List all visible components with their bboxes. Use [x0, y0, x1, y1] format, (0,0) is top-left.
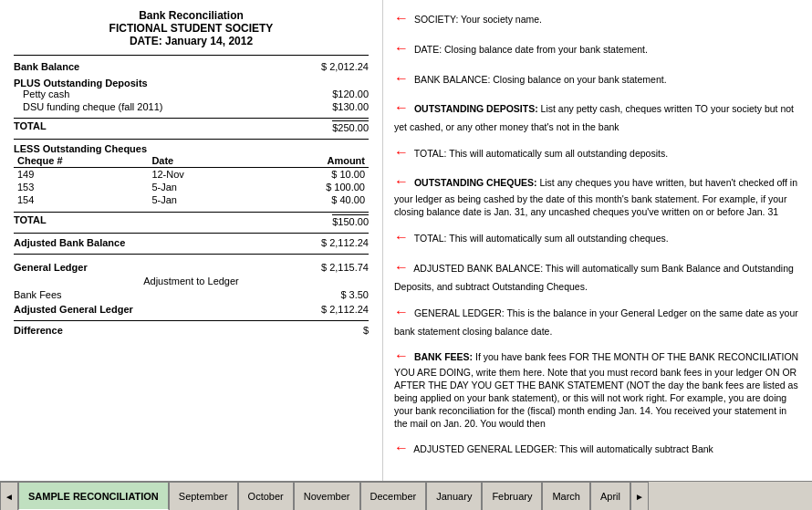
- petty-cash-label: Petty cash: [23, 88, 69, 99]
- col-cheque-amount: Amount: [250, 154, 369, 168]
- bank-balance-row: Bank Balance $ 2,012.24: [14, 61, 369, 72]
- arrow-total2: ←: [394, 229, 409, 245]
- tabs-container: SAMPLE RECONCILIATIONSeptemberOctoberNov…: [18, 482, 630, 510]
- total-row: TOTAL $250.00: [14, 118, 369, 133]
- difference-row: Difference $: [14, 325, 369, 336]
- arrow-bank-balance: ←: [394, 70, 409, 86]
- cheque-num: 154: [14, 193, 148, 206]
- total2-label: TOTAL: [14, 214, 47, 227]
- tab-item-february[interactable]: February: [482, 482, 542, 510]
- adjusted-bank-label: Adjusted Bank Balance: [14, 237, 125, 248]
- cheque-amount: $ 40.00: [250, 193, 369, 206]
- arrow-date: ←: [394, 40, 409, 56]
- note-date: DATE: Closing balance date from your ban…: [414, 44, 648, 55]
- table-row: 1535-Jan$ 100.00: [14, 181, 369, 193]
- arrow-adj-bank: ←: [394, 259, 409, 275]
- total-label: TOTAL: [14, 120, 47, 133]
- col-cheque-date: Date: [148, 154, 249, 168]
- bank-balance-label: Bank Balance: [14, 61, 79, 72]
- adjusted-gl-value: $ 2,112.24: [296, 304, 369, 315]
- annotation-society: ← SOCIETY: Your society name.: [394, 7, 801, 30]
- note-bank-balance: BANK BALANCE: Closing balance on your ba…: [414, 74, 667, 85]
- bank-balance-value: $ 2,012.24: [296, 61, 369, 72]
- annotation-outstanding-deposits: ← OUTSTANDING DEPOSITS: List any petty c…: [394, 97, 801, 134]
- note-total2: TOTAL: This will automatically sum all o…: [414, 233, 669, 244]
- note-adj-gl: ADJUSTED GENERAL LEDGER: This will autom…: [413, 443, 713, 454]
- annotation-adj-gl: ← ADJUSTED GENERAL LEDGER: This will aut…: [394, 437, 801, 460]
- tab-item-march[interactable]: March: [542, 482, 590, 510]
- dsu-row: DSU funding cheque (fall 2011) $130.00: [14, 101, 369, 112]
- right-panel: ← SOCIETY: Your society name. ← DATE: Cl…: [383, 0, 812, 481]
- arrow-adj-gl: ←: [394, 440, 409, 455]
- petty-cash-value: $120.00: [332, 88, 369, 99]
- tab-item-january[interactable]: January: [426, 482, 482, 510]
- tab-item-october[interactable]: October: [238, 482, 294, 510]
- cheque-date: 12-Nov: [148, 168, 249, 182]
- note-cheques-title: OUTSTANDING CHEQUES:: [414, 177, 537, 188]
- note-total: TOTAL: This will automatically sum all o…: [414, 148, 668, 159]
- left-panel: Bank Reconciliation FICTIONAL STUDENT SO…: [0, 0, 383, 481]
- note-society: SOCIETY: Your society name.: [414, 14, 542, 25]
- difference-label: Difference: [14, 325, 63, 336]
- arrow-society: ←: [394, 10, 409, 26]
- adjusted-bank-row: Adjusted Bank Balance $ 2,112.24: [14, 237, 369, 248]
- general-ledger-label: General Ledger: [14, 262, 88, 273]
- tab-item-sample-reconciliation[interactable]: SAMPLE RECONCILIATION: [18, 482, 169, 510]
- total-value: $250.00: [332, 120, 369, 133]
- society-name: FICTIONAL STUDENT SOCIETY: [14, 22, 369, 35]
- annotation-bank-fees: ← BANK FEES: If you have bank fees FOR T…: [394, 346, 801, 430]
- col-cheque-num: Cheque #: [14, 154, 148, 168]
- tab-item-december[interactable]: December: [360, 482, 427, 510]
- annotation-date: ← DATE: Closing balance date from your b…: [394, 37, 801, 60]
- header-title: Bank Reconciliation: [14, 9, 369, 22]
- arrow-total: ←: [394, 144, 409, 160]
- less-cheques-label: LESS Outstanding Cheques: [14, 143, 369, 154]
- total2-row: TOTAL $150.00: [14, 212, 369, 227]
- note-bank-fees-title: BANK FEES:: [414, 351, 473, 362]
- tab-nav-right[interactable]: ►: [630, 482, 649, 510]
- annotation-total2: ← TOTAL: This will automatically sum all…: [394, 226, 801, 249]
- note-bank-fees-body: If you have bank fees FOR THE MONTH OF T…: [394, 351, 798, 429]
- annotation-gl: ← GENERAL LEDGER: This is the balance in…: [394, 301, 801, 338]
- arrow-outstanding: ←: [394, 99, 409, 115]
- cheque-table: Cheque # Date Amount 14912-Nov$ 10.00153…: [14, 154, 369, 206]
- tab-item-november[interactable]: November: [294, 482, 360, 510]
- arrow-cheques: ←: [394, 173, 409, 189]
- difference-value: $: [296, 325, 369, 336]
- main-content: Bank Reconciliation FICTIONAL STUDENT SO…: [0, 0, 812, 481]
- note-outstanding-title: OUTSTANDING DEPOSITS:: [414, 103, 538, 114]
- adjusted-bank-value: $ 2,112.24: [296, 237, 369, 248]
- petty-cash-row: Petty cash $120.00: [14, 88, 369, 99]
- adjustment-label: Adjustment to Ledger: [14, 276, 369, 286]
- tab-item-april[interactable]: April: [590, 482, 630, 510]
- plus-outstanding-label: PLUS Outstanding Deposits: [14, 78, 369, 88]
- annotation-bank-balance: ← BANK BALANCE: Closing balance on your …: [394, 68, 801, 90]
- annotation-outstanding-cheques: ← OUTSTANDING CHEQUES: List any cheques …: [394, 172, 801, 219]
- table-row: 14912-Nov$ 10.00: [14, 168, 369, 182]
- table-row: 1545-Jan$ 40.00: [14, 193, 369, 206]
- tab-nav-left[interactable]: ◄: [0, 482, 18, 510]
- bank-fees-value: $ 3.50: [340, 289, 369, 300]
- header-date: DATE: January 14, 2012: [14, 35, 369, 47]
- bank-fees-row: Bank Fees $ 3.50: [14, 289, 369, 300]
- note-adj-bank: ADJUSTED BANK BALANCE: This will automat…: [394, 263, 794, 292]
- dsu-value: $130.00: [332, 101, 369, 112]
- cheque-amount: $ 10.00: [250, 168, 369, 182]
- tab-item-september[interactable]: September: [169, 482, 238, 510]
- dsu-label: DSU funding cheque (fall 2011): [23, 101, 162, 112]
- tab-bar: ◄ SAMPLE RECONCILIATIONSeptemberOctoberN…: [0, 481, 812, 510]
- arrow-gl: ←: [394, 304, 409, 319]
- general-ledger-value: $ 2,115.74: [296, 262, 369, 273]
- header-section: Bank Reconciliation FICTIONAL STUDENT SO…: [14, 9, 369, 47]
- bank-fees-label: Bank Fees: [14, 289, 62, 300]
- cheque-num: 149: [14, 168, 148, 182]
- annotation-adj-bank: ← ADJUSTED BANK BALANCE: This will autom…: [394, 256, 801, 294]
- note-gl: GENERAL LEDGER: This is the balance in y…: [394, 307, 798, 337]
- cheque-date: 5-Jan: [148, 193, 249, 206]
- adjusted-gl-label: Adjusted General Ledger: [14, 304, 133, 315]
- cheque-num: 153: [14, 181, 148, 193]
- general-ledger-row: General Ledger $ 2,115.74: [14, 262, 369, 273]
- cheque-amount: $ 100.00: [250, 181, 369, 193]
- total2-value: $150.00: [332, 214, 369, 227]
- annotation-total: ← TOTAL: This will automatically sum all…: [394, 141, 801, 164]
